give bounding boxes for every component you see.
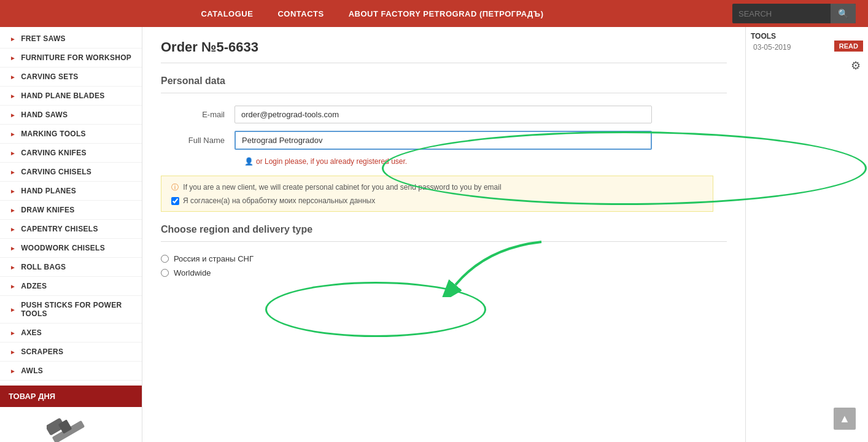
sidebar-item-furniture[interactable]: ► FURNITURE FOR WORKSHOP xyxy=(0,48,142,68)
sidebar-label: ADZES xyxy=(21,282,47,290)
chevron-icon: ► xyxy=(10,55,16,61)
sidebar-item-scrapers[interactable]: ► SCRAPERS xyxy=(0,343,142,362)
sidebar-item-carving-knives[interactable]: ► CARVING KNIFES xyxy=(0,144,142,163)
chevron-icon: ► xyxy=(10,245,16,252)
delivery-worldwide-radio[interactable] xyxy=(161,269,169,277)
sidebar-item-carving-chisels[interactable]: ► CARVING CHISELS xyxy=(0,163,142,182)
sidebar-item-roll-bags[interactable]: ► ROLL BAGS xyxy=(0,258,142,277)
sidebar-item-capentry-chisels[interactable]: ► CAPENTRY CHISELS xyxy=(0,220,142,239)
sidebar-item-axes[interactable]: ► AXES xyxy=(0,324,142,343)
sidebar-label: HAND SAWS xyxy=(21,110,68,119)
chevron-icon: ► xyxy=(10,226,16,233)
chevron-icon: ► xyxy=(10,264,16,271)
sidebar-label: CAPENTRY CHISELS xyxy=(21,225,98,233)
main-content: Order №5-6633 Personal data E-mail Full … xyxy=(142,27,745,442)
consent-text: Я согласен(а) на обработку моих персонал… xyxy=(183,196,375,205)
info-box: ⓘ If you are a new client, we will creat… xyxy=(161,176,713,212)
page-title: Order №5-6633 xyxy=(161,39,727,55)
sidebar-label: SCRAPERS xyxy=(21,347,63,356)
email-row: E-mail xyxy=(161,106,727,123)
sidebar-label: AWLS xyxy=(21,366,43,375)
page-layout: ► FRET SAWS ► FURNITURE FOR WORKSHOP ► C… xyxy=(0,27,868,442)
sidebar-label: CARVING KNIFES xyxy=(21,149,87,157)
sidebar-item-marking-tools[interactable]: ► MARKING TOOLS xyxy=(0,125,142,144)
sidebar-label: CARVING CHISELS xyxy=(21,168,91,176)
hammer-icon xyxy=(47,410,96,442)
sidebar-label: ROLL BAGS xyxy=(21,263,66,271)
sidebar-item-adzes[interactable]: ► ADZES xyxy=(0,277,142,296)
gear-icon[interactable]: ⚙ xyxy=(851,59,861,72)
consent-row: Я согласен(а) на обработку моих персонал… xyxy=(171,196,703,205)
title-divider xyxy=(161,63,727,63)
login-hint-text: or Login please, if you already register… xyxy=(256,157,407,166)
chevron-icon: ► xyxy=(10,368,16,374)
right-panel: TOOLS READ 03-05-2019 ⚙ xyxy=(745,27,868,442)
sidebar-item-hand-plane-blades[interactable]: ► HAND PLANE BLADES xyxy=(0,87,142,106)
fullname-label: Full Name xyxy=(161,136,234,145)
nav-catalogue[interactable]: CATALOGUE xyxy=(201,9,253,18)
sidebar-item-hand-saws[interactable]: ► HAND SAWS xyxy=(0,106,142,125)
sidebar-item-push-sticks[interactable]: ► PUSH STICKS FOR POWER TOOLS xyxy=(0,296,142,324)
chevron-icon: ► xyxy=(10,36,16,42)
sidebar-item-carving-sets[interactable]: ► CARVING SETS xyxy=(0,68,142,87)
chevron-icon: ► xyxy=(10,330,16,336)
nav-about[interactable]: ABOUT FACTORY PETROGRAD (ПЕТРОГРАДЪ) xyxy=(349,9,544,18)
sidebar-label: FRET SAWS xyxy=(21,34,66,43)
info-text: ⓘ If you are a new client, we will creat… xyxy=(171,182,703,193)
sidebar-item-fret-saws[interactable]: ► FRET SAWS xyxy=(0,29,142,48)
chevron-icon: ► xyxy=(10,131,16,138)
chevron-icon: ► xyxy=(10,349,16,355)
chevron-icon: ► xyxy=(10,112,16,118)
sidebar-label: HAND PLANE BLADES xyxy=(21,91,104,100)
section-divider xyxy=(161,93,727,93)
top-navigation: CATALOGUE CONTACTS ABOUT FACTORY PETROGR… xyxy=(0,0,868,27)
sidebar-label: CARVING SETS xyxy=(21,72,78,81)
nav-contacts[interactable]: CONTACTS xyxy=(277,9,324,18)
delivery-section: Choose region and delivery type Россия и… xyxy=(161,224,727,277)
product-day-image xyxy=(0,407,142,442)
sidebar-item-hand-planes[interactable]: ► HAND PLANES xyxy=(0,182,142,201)
chevron-icon: ► xyxy=(10,306,16,313)
search-button[interactable]: 🔍 xyxy=(831,4,856,23)
sidebar: ► FRET SAWS ► FURNITURE FOR WORKSHOP ► C… xyxy=(0,27,142,442)
search-input[interactable] xyxy=(732,9,831,18)
personal-data-section-title: Personal data xyxy=(161,76,727,87)
sidebar-label: MARKING TOOLS xyxy=(21,130,86,138)
chevron-icon: ► xyxy=(10,283,16,290)
delivery-section-title: Choose region and delivery type xyxy=(161,224,727,235)
delivery-russia-label: Россия и страны СНГ xyxy=(174,254,254,263)
sidebar-label: WOODWORK CHISELS xyxy=(21,244,105,252)
annotation-oval-bottom xyxy=(265,282,486,337)
sidebar-item-woodwork-chisels[interactable]: ► WOODWORK CHISELS xyxy=(0,239,142,258)
info-text-content: If you are a new client, we will create … xyxy=(183,183,501,192)
tools-label: TOOLS xyxy=(751,32,863,41)
login-hint: 👤 or Login please, if you already regist… xyxy=(244,157,727,166)
chevron-icon: ► xyxy=(10,188,16,195)
sidebar-label: AXES xyxy=(21,328,42,337)
sidebar-item-draw-knives[interactable]: ► DRAW KNIFES xyxy=(0,201,142,220)
consent-checkbox[interactable] xyxy=(171,197,179,205)
delivery-russia-row: Россия и страны СНГ xyxy=(161,254,727,263)
delivery-worldwide-label: Worldwide xyxy=(174,268,211,277)
nav-links: CATALOGUE CONTACTS ABOUT FACTORY PETROGR… xyxy=(12,9,732,18)
fullname-row: Full Name xyxy=(161,131,727,150)
read-badge[interactable]: READ xyxy=(834,41,863,52)
chevron-icon: ► xyxy=(10,169,16,176)
sidebar-label: FURNITURE FOR WORKSHOP xyxy=(21,53,131,62)
sidebar-label: DRAW KNIFES xyxy=(21,206,74,214)
chevron-icon: ► xyxy=(10,150,16,157)
sidebar-label: HAND PLANES xyxy=(21,187,76,195)
scroll-to-top-button[interactable]: ▲ xyxy=(834,408,856,430)
chevron-icon: ► xyxy=(10,207,16,214)
user-icon: 👤 xyxy=(244,157,254,166)
gear-icon-wrap: ⚙ xyxy=(751,54,863,77)
email-field[interactable] xyxy=(234,106,652,123)
product-day-header: ТОВАР ДНЯ xyxy=(0,386,142,407)
delivery-russia-radio[interactable] xyxy=(161,255,169,263)
fullname-field[interactable] xyxy=(234,131,652,150)
delivery-divider xyxy=(161,241,727,242)
info-icon: ⓘ xyxy=(171,183,179,192)
sidebar-label: PUSH STICKS FOR POWER TOOLS xyxy=(21,301,134,318)
chevron-icon: ► xyxy=(10,74,16,80)
sidebar-item-awls[interactable]: ► AWLS xyxy=(0,362,142,381)
